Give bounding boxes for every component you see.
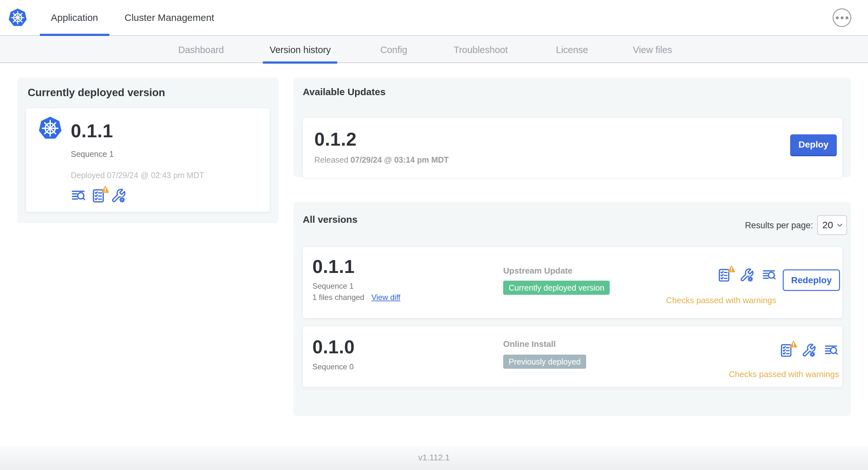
subnav-troubleshoot[interactable]: Troubleshoot <box>454 37 508 63</box>
version-row: 0.1.0 Sequence 0 Online Install Previous… <box>303 326 842 387</box>
config-wrench-icon[interactable] <box>801 343 816 358</box>
results-per-page-value: 20 <box>822 220 833 231</box>
row-version-number: 0.1.1 <box>312 256 355 277</box>
row-source: Upstream Update <box>503 266 572 276</box>
currently-deployed-section: Currently deployed version 0.1.1 Sequenc… <box>17 77 279 223</box>
dot <box>845 16 848 19</box>
warning-triangle-icon <box>789 339 798 348</box>
version-row: 0.1.1 Sequence 1 1 files changedView dif… <box>303 247 842 318</box>
ellipsis-icon[interactable] <box>833 8 851 27</box>
diff-logs-icon[interactable] <box>824 343 839 358</box>
tab-cluster-management[interactable]: Cluster Management <box>125 0 214 35</box>
subnav-view-files[interactable]: View files <box>633 37 672 63</box>
dot <box>836 16 839 19</box>
footer: v1.112.1 <box>0 447 868 470</box>
top-header: Application Cluster Management <box>0 0 868 36</box>
kubernetes-logo <box>8 7 28 29</box>
results-per-page-label: Results per page: <box>745 221 813 231</box>
warning-triangle-icon <box>727 264 736 273</box>
console-version: v1.112.1 <box>0 447 868 468</box>
page: Application Cluster Management Dashboard… <box>0 0 868 470</box>
config-wrench-icon[interactable] <box>111 188 125 203</box>
row-action-icons <box>717 268 777 282</box>
kubernetes-logo <box>38 115 63 141</box>
view-diff-link[interactable]: View diff <box>371 293 400 302</box>
current-sequence: Sequence 1 <box>71 149 114 159</box>
files-changed-text: 1 files changed <box>312 293 364 302</box>
row-action-icons <box>779 343 839 358</box>
row-files-changed: 1 files changedView diff <box>312 293 400 302</box>
subnav-license[interactable]: License <box>556 37 588 63</box>
config-wrench-icon[interactable] <box>739 268 754 282</box>
all-versions-title: All versions <box>303 214 358 225</box>
currently-deployed-badge: Currently deployed version <box>503 281 610 295</box>
update-version-number: 0.1.2 <box>314 128 357 150</box>
preflight-checks-warning-icon[interactable] <box>91 188 105 203</box>
app-subnav: Dashboard Version history Config Trouble… <box>0 37 868 63</box>
preflight-checks-warning-icon[interactable] <box>717 268 732 282</box>
current-version-actions <box>71 188 125 203</box>
available-updates-section: Available Updates 0.1.2 Released 07/29/2… <box>293 77 851 177</box>
row-sequence: Sequence 1 <box>312 281 353 291</box>
previously-deployed-badge: Previously deployed <box>503 355 586 369</box>
results-per-page-select[interactable]: 20 <box>817 215 847 235</box>
available-updates-title: Available Updates <box>303 87 385 97</box>
currently-deployed-card: 0.1.1 Sequence 1 Deployed 07/29/24 @ 02:… <box>26 108 270 212</box>
current-version-number: 0.1.1 <box>71 120 113 141</box>
subnav-config[interactable]: Config <box>380 37 407 63</box>
chevron-down-icon <box>836 222 843 229</box>
available-update-card: 0.1.2 Released 07/29/24 @ 03:14 pm MDT D… <box>303 118 842 177</box>
tab-application[interactable]: Application <box>51 0 98 35</box>
warning-triangle-icon <box>101 184 110 194</box>
current-deployed-timestamp: Deployed 07/29/24 @ 02:43 pm MDT <box>71 171 204 180</box>
released-prefix: Released <box>314 155 351 164</box>
preflight-checks-warning-icon[interactable] <box>779 343 794 358</box>
row-source: Online Install <box>503 339 556 349</box>
currently-deployed-title: Currently deployed version <box>28 87 165 99</box>
checks-status: Checks passed with warnings <box>666 296 777 305</box>
row-version-number: 0.1.0 <box>312 336 355 358</box>
subnav-version-history[interactable]: Version history <box>270 37 331 63</box>
all-versions-section: All versions Results per page: 20 0.1.1 … <box>293 202 851 416</box>
dot <box>841 16 843 19</box>
released-date: 07/29/24 @ 03:14 pm MDT <box>351 155 449 164</box>
redeploy-button[interactable]: Redeploy <box>783 269 840 291</box>
diff-logs-icon[interactable] <box>71 188 86 203</box>
subnav-dashboard[interactable]: Dashboard <box>178 37 224 63</box>
update-released-timestamp: Released 07/29/24 @ 03:14 pm MDT <box>314 155 449 165</box>
deploy-button[interactable]: Deploy <box>790 134 837 156</box>
checks-status: Checks passed with warnings <box>729 369 839 379</box>
diff-logs-icon[interactable] <box>762 268 777 282</box>
row-sequence: Sequence 0 <box>312 362 353 371</box>
